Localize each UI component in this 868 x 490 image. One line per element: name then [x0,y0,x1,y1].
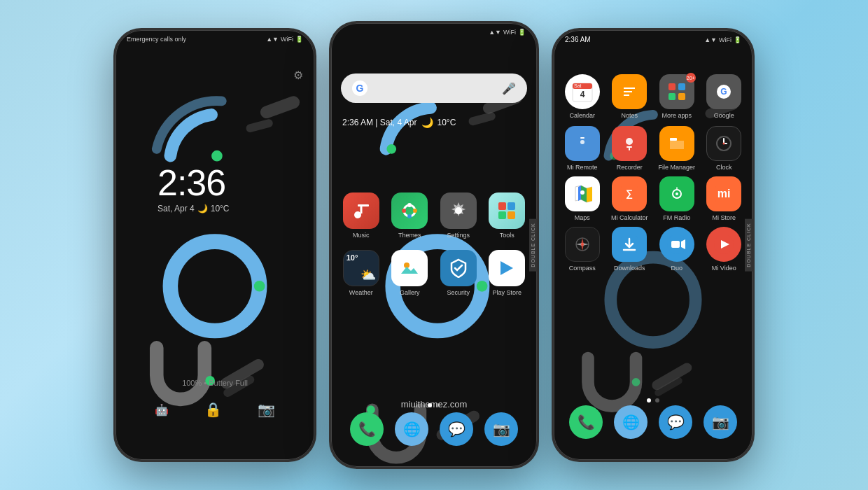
drawer-label-moreapps: More apps [662,112,692,119]
app-label-security: Security [447,289,470,296]
svg-point-20 [407,214,412,218]
svg-text:∑: ∑ [626,188,633,200]
drawer-row-3: Maps ∑ Mi Calculator FM Radio mi [554,176,752,227]
drawer-app-downloads[interactable]: Downloads [610,227,650,272]
dock-phone-3[interactable]: 📞 [569,405,603,439]
app-item-tools[interactable]: Tools [489,192,526,239]
app-item-themes[interactable]: Themes [391,192,429,239]
svg-rect-56 [626,146,632,148]
dock-messages-3[interactable]: 💬 [659,405,692,439]
svg-rect-59 [670,138,677,141]
drawer-app-moreapps[interactable]: 20+ More apps [657,74,697,119]
badge-moreapps: 20+ [686,73,696,83]
drawer-label-calculator: Mi Calculator [611,214,648,221]
drawer-app-notes[interactable]: Notes [610,74,650,119]
svg-marker-30 [500,261,513,275]
drawer-label-notes: Notes [621,112,638,119]
app-item-security[interactable]: Security [440,250,477,296]
drawer-app-fmradio[interactable]: FM Radio [657,176,697,221]
drawer-app-mivideo[interactable]: Mi Video [704,227,745,272]
drawer-app-recorder[interactable]: Recorder [610,126,650,171]
drawer-app-miremote[interactable]: Mi Remote [562,126,603,171]
svg-point-55 [626,138,633,145]
android-robot-icon: 🤖 [155,403,169,416]
dock-phone[interactable]: 📞 [350,412,384,446]
status-right-1: ▲▼WiFi🔋 [266,36,303,43]
drawer-label-calendar: Calendar [569,112,595,119]
dock-messages[interactable]: 💬 [440,412,473,446]
app-label-settings: Settings [447,232,470,239]
app-item-playstore[interactable]: Play Store [489,250,526,296]
svg-rect-82 [671,241,680,248]
svg-rect-45 [668,83,676,90]
app-item-settings[interactable]: Settings [440,192,477,239]
status-bar-1: Emergency calls only ▲▼WiFi🔋 [115,30,314,46]
drawer-app-filemanager[interactable]: File Manager [657,126,697,171]
search-bar[interactable]: G 🎤 [341,74,527,103]
dock-2: 📞 🌐 💬 📷 [331,412,537,446]
drawer-label-clock: Clock [716,164,732,171]
drawer-app-google[interactable]: G Google [704,74,745,119]
moon-icon-1: 🌙 [197,204,208,214]
home-info-bar: 2:36 AM | Sat, 4 Apr 🌙 10°C [331,113,537,132]
app-label-gallery: Gallery [400,289,420,296]
google-g-logo: G [352,80,368,96]
svg-rect-47 [668,93,676,100]
svg-marker-29 [401,267,418,274]
drawer-label-mivideo: Mi Video [712,265,736,272]
drawer-app-compass[interactable]: Compass [562,227,603,272]
svg-point-53 [580,140,584,144]
drawer-app-mistore[interactable]: mi Mi Store [704,176,745,221]
drawer-app-duo[interactable]: Duo [657,227,697,272]
mic-icon[interactable]: 🎤 [502,82,516,95]
lockscreen-bottom: 100% • Buttery Full 🤖 Phone 🔒 📷 [115,379,314,418]
double-click-label-3: DOUBLE CLICK [745,218,752,271]
camera-lock-icon[interactable]: 📷 [258,401,275,418]
app-label-music: Music [353,232,370,239]
svg-rect-25 [507,202,515,210]
app-label-weather: Weather [349,289,373,296]
clock-time-1: 2:36 [158,164,316,201]
android-logo: 🤖 Phone [155,403,169,416]
watermark-2: miuithemez.com [401,399,468,410]
svg-text:Sat: Sat [574,83,582,88]
svg-point-21 [402,209,406,213]
drawer-label-maps: Maps [575,214,590,221]
drawer-label-mistore: Mi Store [712,214,736,221]
drawer-row-2: Mi Remote Recorder File Manager [554,126,752,176]
app-item-gallery[interactable]: Gallery [391,250,429,296]
lock-icon[interactable]: 🔒 [204,401,222,418]
dock-browser-3[interactable]: 🌐 [614,405,648,439]
svg-text:4: 4 [580,90,584,99]
svg-point-70 [676,192,678,195]
drawer-label-miremote: Mi Remote [567,164,598,171]
app-label-tools: Tools [500,232,514,239]
drawer-label-downloads: Downloads [614,265,645,272]
dock-camera[interactable]: 📷 [484,412,518,446]
status-right-3: ▲▼WiFi🔋 [704,36,741,43]
time-3: 2:36 AM [565,36,591,43]
drawer-app-calendar[interactable]: 4Sat Calendar [562,74,603,119]
app-item-weather[interactable]: 10° ⛅ Weather [342,250,380,296]
page-dot-3-2 [655,398,659,402]
settings-gear-icon[interactable]: ⚙ [293,69,303,82]
svg-rect-27 [507,211,515,219]
svg-rect-48 [678,93,685,100]
dock-camera-3[interactable]: 📷 [704,405,737,439]
lock-clock: 2:36 Sat, Apr 4 🌙 10°C [158,164,316,214]
phone-3: DOUBLE CLICK 2:36 AM ▲▼WiFi🔋 4Sat Calend… [552,28,755,462]
drawer-app-clock[interactable]: Clock [704,126,745,171]
drawer-label-fmradio: FM Radio [663,214,690,221]
drawer-row-1: 4Sat Calendar Notes 20+ More apps [554,67,752,126]
drawer-label-recorder: Recorder [617,164,643,171]
drawer-row-4: Compass Downloads Duo [554,227,752,277]
drawer-app-maps[interactable]: Maps [562,176,603,221]
drawer-app-calculator[interactable]: ∑ Mi Calculator [610,176,650,221]
svg-point-63 [723,143,725,145]
emergency-text: Emergency calls only [127,36,186,43]
svg-rect-57 [629,148,630,150]
app-item-music[interactable]: Music [342,192,380,239]
dock-browser[interactable]: 🌐 [395,412,428,446]
status-right-2: ▲▼WiFi🔋 [489,29,526,36]
drawer-label-google: Google [714,112,734,119]
